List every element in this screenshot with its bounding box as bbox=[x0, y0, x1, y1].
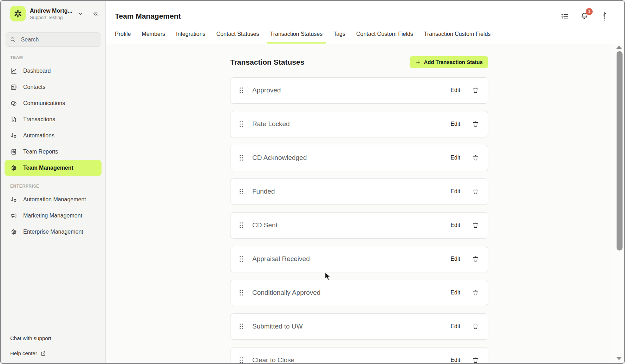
tab-integrations[interactable]: Integrations bbox=[176, 31, 206, 43]
add-transaction-status-button[interactable]: Add Transaction Status bbox=[410, 56, 488, 68]
sidebar-nav: TEAM Dashboard Contacts bbox=[1, 55, 105, 240]
task-list-icon bbox=[561, 12, 569, 20]
drag-handle-icon[interactable] bbox=[239, 222, 243, 228]
scrollbar-up-arrow[interactable] bbox=[616, 46, 622, 49]
delete-button[interactable] bbox=[471, 221, 480, 229]
drag-handle-icon[interactable] bbox=[239, 290, 243, 296]
company-logo bbox=[10, 6, 26, 21]
contact-card-icon bbox=[10, 84, 17, 91]
sidebar-item-label: Communications bbox=[23, 100, 65, 106]
tab-contact-statuses[interactable]: Contact Statuses bbox=[216, 31, 259, 43]
sidebar-item-label: Contacts bbox=[23, 84, 45, 90]
drag-handle-icon[interactable] bbox=[239, 87, 243, 93]
status-name: Clear to Close bbox=[252, 356, 448, 363]
search-input[interactable] bbox=[20, 36, 96, 43]
delete-button[interactable] bbox=[471, 86, 480, 95]
sidebar-item-label: Automation Management bbox=[23, 196, 86, 203]
sidebar-item-label: Automations bbox=[23, 132, 54, 139]
scrollbar bbox=[613, 43, 624, 363]
drag-handle-icon[interactable] bbox=[239, 188, 243, 195]
edit-button[interactable]: Edit bbox=[448, 255, 462, 262]
tab-contact-custom-fields[interactable]: Contact Custom Fields bbox=[356, 31, 413, 43]
trash-icon bbox=[472, 222, 479, 229]
delete-button[interactable] bbox=[471, 356, 480, 363]
delete-button[interactable] bbox=[471, 255, 480, 263]
status-name: CD Sent bbox=[252, 221, 448, 229]
status-card: Conditionally Approved Edit bbox=[230, 280, 488, 306]
sidebar-item-label: Team Reports bbox=[23, 149, 58, 155]
edit-button[interactable]: Edit bbox=[448, 154, 462, 161]
sidebar-item-team-management[interactable]: Team Management bbox=[5, 160, 102, 176]
status-name: Approved bbox=[252, 86, 448, 94]
sidebar-item-marketing-management[interactable]: Marketing Management bbox=[5, 208, 102, 224]
delete-button[interactable] bbox=[471, 187, 480, 196]
delete-button[interactable] bbox=[471, 154, 480, 162]
chat-with-support-link[interactable]: Chat with support bbox=[10, 335, 96, 341]
edit-button[interactable]: Edit bbox=[448, 222, 462, 229]
tab-tags[interactable]: Tags bbox=[333, 31, 345, 43]
drag-handle-icon[interactable] bbox=[239, 121, 243, 127]
automation-flow-icon bbox=[10, 196, 17, 203]
tab-profile[interactable]: Profile bbox=[115, 31, 131, 43]
plus-icon bbox=[415, 59, 421, 65]
scrollbar-down-arrow[interactable] bbox=[616, 357, 622, 360]
sidebar-item-communications[interactable]: Communications bbox=[5, 95, 102, 111]
main-area: Team Management bbox=[106, 1, 624, 363]
delete-button[interactable] bbox=[471, 120, 480, 128]
sidebar-item-contacts[interactable]: Contacts bbox=[5, 79, 102, 95]
workspace-menu-button[interactable] bbox=[77, 10, 84, 18]
section-label-team: TEAM bbox=[1, 55, 105, 60]
drag-handle-icon[interactable] bbox=[239, 323, 243, 330]
profile-button[interactable] bbox=[599, 10, 610, 22]
tab-bar: Profile Members Integrations Contact Sta… bbox=[115, 31, 624, 43]
sidebar-item-label: Team Management bbox=[23, 165, 73, 171]
drag-handle-icon[interactable] bbox=[239, 155, 243, 161]
tab-members[interactable]: Members bbox=[142, 31, 165, 43]
sidebar-item-dashboard[interactable]: Dashboard bbox=[5, 63, 102, 79]
page-header: Team Management bbox=[106, 1, 624, 43]
header-icons: 1 bbox=[560, 10, 610, 22]
sidebar-item-transactions[interactable]: Transactions bbox=[5, 111, 102, 128]
edit-button[interactable]: Edit bbox=[448, 357, 462, 363]
edit-button[interactable]: Edit bbox=[448, 87, 462, 94]
sidebar-item-enterprise-management[interactable]: Enterprise Management bbox=[5, 224, 102, 240]
scrollbar-thumb[interactable] bbox=[617, 51, 623, 251]
edit-button[interactable]: Edit bbox=[448, 323, 462, 330]
status-name: Appraisal Received bbox=[252, 255, 448, 263]
trash-icon bbox=[472, 87, 479, 94]
sidebar-item-automations[interactable]: Automations bbox=[5, 128, 102, 144]
help-center-link[interactable]: Help center bbox=[10, 350, 96, 356]
sidebar-item-team-reports[interactable]: Team Reports bbox=[5, 144, 102, 160]
edit-button[interactable]: Edit bbox=[448, 188, 462, 195]
sidebar-item-label: Dashboard bbox=[23, 68, 51, 74]
notifications-button[interactable]: 1 bbox=[579, 11, 589, 21]
status-card: Funded Edit bbox=[230, 178, 488, 205]
trash-icon bbox=[472, 154, 479, 161]
drag-handle-icon[interactable] bbox=[239, 357, 243, 363]
sidebar-item-automation-management[interactable]: Automation Management bbox=[5, 191, 102, 208]
edit-button[interactable]: Edit bbox=[448, 121, 462, 128]
notification-badge: 1 bbox=[586, 8, 593, 15]
delete-button[interactable] bbox=[471, 322, 480, 331]
sidebar-collapse-button[interactable] bbox=[91, 10, 99, 18]
delete-button[interactable] bbox=[471, 288, 480, 297]
edit-button[interactable]: Edit bbox=[448, 289, 462, 296]
tab-transaction-statuses[interactable]: Transaction Statuses bbox=[270, 31, 323, 43]
sidebar-item-label: Marketing Management bbox=[23, 213, 82, 219]
drag-handle-icon[interactable] bbox=[239, 256, 243, 262]
workspace-switcher[interactable]: Andrew Mortg... Support Testing bbox=[1, 6, 105, 21]
status-card: Submitted to UW Edit bbox=[230, 313, 488, 340]
sidebar: Andrew Mortg... Support Testing bbox=[1, 1, 106, 363]
trash-icon bbox=[472, 357, 479, 363]
chevron-down-icon bbox=[77, 11, 84, 17]
double-chevron-left-icon bbox=[92, 11, 98, 17]
tab-transaction-custom-fields[interactable]: Transaction Custom Fields bbox=[424, 31, 491, 43]
status-name: Submitted to UW bbox=[252, 323, 448, 330]
status-card: Approved Edit bbox=[230, 77, 488, 104]
content-area: Transaction Statuses Add Transaction Sta… bbox=[106, 43, 624, 363]
automation-flow-icon bbox=[10, 132, 17, 139]
status-card: CD Sent Edit bbox=[230, 212, 488, 239]
sidebar-footer: Chat with support Help center bbox=[4, 328, 102, 363]
trash-icon bbox=[472, 188, 479, 195]
task-list-button[interactable] bbox=[560, 12, 569, 21]
